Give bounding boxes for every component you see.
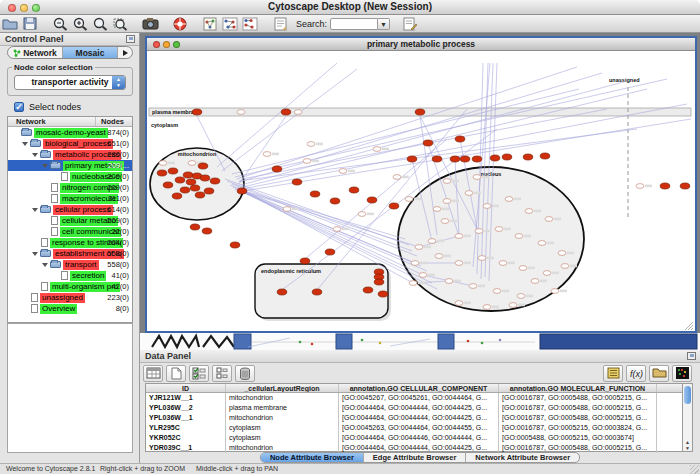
network-node-colored[interactable] <box>163 182 173 188</box>
network-canvas[interactable]: plasma membranecytoplasmmitochondrionnuc… <box>147 51 695 331</box>
network-node-colored[interactable] <box>292 179 302 185</box>
network-node-unselected[interactable] <box>545 217 553 222</box>
tree-row-establishment-of-lo[interactable]: establishment of lo558(0) <box>8 248 132 259</box>
tab-mosaic[interactable]: Mosaic <box>63 47 118 58</box>
scrollbar-thumb[interactable] <box>684 386 691 404</box>
tree-expand-icon[interactable] <box>32 153 38 157</box>
network-node-unselected[interactable] <box>283 207 291 212</box>
network-node-unselected[interactable] <box>475 229 483 234</box>
column-header-ID[interactable]: ID <box>146 384 226 392</box>
network-node-colored[interactable] <box>172 193 182 199</box>
network-node-unselected[interactable] <box>441 219 449 224</box>
tree-row-overview[interactable]: Overview8(0) <box>8 303 132 314</box>
table-row-YJR121W__1[interactable]: YJR121W__1mitochondrion[GO:0045267, GO:0… <box>146 393 682 403</box>
network-node-unselected[interactable] <box>415 245 423 250</box>
layout-spring-icon[interactable] <box>220 16 240 32</box>
network-node-colored[interactable] <box>200 175 210 181</box>
attribute-table-header[interactable]: ID_cellularLayoutRegionannotation.GO CEL… <box>146 384 682 393</box>
network-node-colored[interactable] <box>312 289 322 295</box>
tree-row-response-to-stimulu[interactable]: response to stimulu264(0) <box>8 237 132 248</box>
tree-row-cellular-metabo[interactable]: cellular metabo209(0) <box>8 215 132 226</box>
network-node-colored[interactable] <box>237 188 247 194</box>
open-folder-icon[interactable] <box>0 16 20 32</box>
network-node-colored[interactable] <box>407 156 417 162</box>
table-row-YLR295C[interactable]: YLR295Ccytoplasm[GO:0045263, GO:0044464,… <box>146 423 682 433</box>
network-node-colored[interactable] <box>460 156 470 162</box>
network-node-unselected[interactable] <box>419 273 427 278</box>
network-node-unselected[interactable] <box>188 161 196 166</box>
network-node-unselected[interactable] <box>499 261 507 266</box>
tree-row-biological-process[interactable]: biological_process651(0) <box>8 138 132 149</box>
tree-row-cellular-process[interactable]: cellular process614(0) <box>8 204 132 215</box>
network-node-colored[interactable] <box>192 109 202 115</box>
network-frame-titlebar[interactable]: primary metabolic process <box>147 38 695 51</box>
network-node-colored[interactable] <box>325 249 335 255</box>
network-node-unselected[interactable] <box>531 279 539 284</box>
network-node-unselected[interactable] <box>358 212 366 217</box>
tree-row-multi-organism-pro[interactable]: multi-organism pro42(0) <box>8 281 132 292</box>
delete-attribute-trash-icon[interactable] <box>235 365 255 382</box>
frame-resize-grip[interactable] <box>685 322 693 330</box>
network-node-unselected[interactable] <box>493 289 501 294</box>
tree-expand-icon[interactable] <box>32 208 38 212</box>
network-node-colored[interactable] <box>157 170 167 176</box>
network-node-unselected[interactable] <box>517 294 525 299</box>
network-node-colored[interactable] <box>523 154 533 160</box>
network-node-unselected[interactable] <box>159 161 167 166</box>
float-panel-icon[interactable] <box>126 35 135 43</box>
background-frame-titlebar[interactable] <box>540 334 697 349</box>
background-frames-strip[interactable] <box>140 333 700 350</box>
import-attributes-folder-icon[interactable] <box>649 365 669 382</box>
network-node-unselected[interactable] <box>435 254 443 259</box>
network-node-colored[interactable] <box>272 166 282 172</box>
tree-row-nucleobase-c[interactable]: nucleobase-c209(0) <box>8 171 132 182</box>
network-node-unselected[interactable] <box>509 303 517 308</box>
column-header-empty[interactable] <box>657 384 682 392</box>
function-builder-icon[interactable]: f(x) <box>626 365 646 382</box>
network-node-unselected[interactable] <box>538 241 546 246</box>
zoom-in-icon[interactable] <box>70 16 90 32</box>
network-node-colored[interactable] <box>204 188 214 194</box>
network-node-colored[interactable] <box>660 183 670 189</box>
select-nodes-checkbox[interactable]: ✓ <box>14 102 24 112</box>
annotation-note-icon[interactable] <box>270 16 290 32</box>
network-node-colored[interactable] <box>450 156 460 162</box>
network-node-unselected[interactable] <box>455 301 463 306</box>
network-node-colored[interactable] <box>349 187 359 193</box>
birdseye-view-panel[interactable] <box>7 323 133 453</box>
network-node-colored[interactable] <box>183 172 193 178</box>
float-data-panel-icon[interactable] <box>687 352 696 360</box>
matrix-heatmap-icon[interactable] <box>672 365 692 382</box>
network-node-colored[interactable] <box>310 191 320 197</box>
new-attribute-icon[interactable] <box>166 365 186 382</box>
network-node-unselected[interactable] <box>411 261 419 266</box>
network-node-colored[interactable] <box>210 178 220 184</box>
network-node-unselected[interactable] <box>393 175 401 180</box>
tree-row-metabolic-process[interactable]: metabolic process280(0) <box>8 149 132 160</box>
network-node-colored[interactable] <box>472 156 482 162</box>
network-node-unselected[interactable] <box>445 279 453 284</box>
node-color-combobox[interactable]: transporter activity ▲▼ <box>14 75 126 90</box>
network-tree-header[interactable]: Network Nodes <box>8 117 132 127</box>
window-resize-grip[interactable] <box>690 465 699 474</box>
network-node-colored[interactable] <box>168 168 178 174</box>
network-node-colored[interactable] <box>490 155 500 161</box>
network-overview-icon[interactable] <box>200 16 220 32</box>
scrollbar-arrows-icon[interactable]: ▲▼ <box>683 439 692 451</box>
tree-expand-icon[interactable] <box>22 142 28 146</box>
network-node-unselected[interactable] <box>558 251 566 256</box>
tree-expand-icon[interactable] <box>42 263 48 267</box>
tree-expand-icon[interactable] <box>42 164 48 168</box>
layout-attribute-icon[interactable] <box>240 16 260 32</box>
tree-row-mosaic-demo-yeast[interactable]: mosaic-demo-yeast874(0) <box>8 127 132 138</box>
tab-edge-attribute-browser[interactable]: Edge Attribute Browser <box>364 453 466 462</box>
tree-expand-icon[interactable] <box>32 252 38 256</box>
network-node-colored[interactable] <box>455 136 465 142</box>
network-node-unselected[interactable] <box>469 284 477 289</box>
tab-node-attribute-browser[interactable]: Node Attribute Browser <box>261 453 364 462</box>
window-titlebar[interactable]: Cytoscape Desktop (New Session) <box>0 0 700 15</box>
network-node-colored[interactable] <box>190 185 200 191</box>
network-node-unselected[interactable] <box>409 281 417 286</box>
network-node-colored[interactable] <box>415 109 425 115</box>
network-node-unselected[interactable] <box>237 110 245 115</box>
